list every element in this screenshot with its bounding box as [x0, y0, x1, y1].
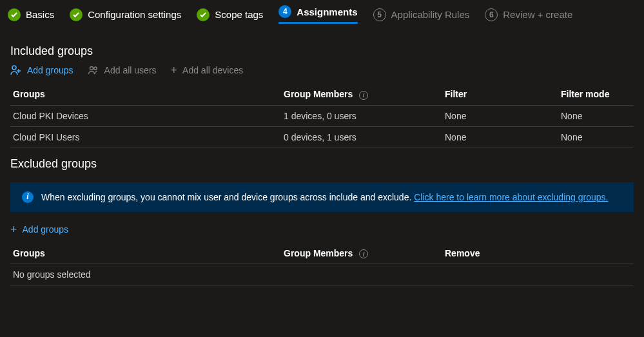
included-table-header: Groups Group Members i Filter Filter mod… — [10, 84, 634, 106]
excluded-heading: Excluded groups — [10, 157, 634, 171]
excluded-table-header: Groups Group Members i Remove — [10, 243, 634, 265]
check-icon — [197, 8, 210, 21]
col-filter: Filter — [445, 89, 561, 99]
banner-text: When excluding groups, you cannot mix us… — [41, 192, 608, 202]
cell-members: 0 devices, 1 users — [284, 132, 445, 142]
wizard-step-label: Scope tags — [215, 9, 263, 20]
excluded-table: Groups Group Members i Remove No groups … — [10, 243, 634, 286]
people-icon — [88, 64, 99, 76]
info-icon: i — [22, 191, 34, 203]
svg-point-0 — [12, 66, 16, 70]
add-groups-label: Add groups — [23, 224, 69, 235]
active-underline — [278, 22, 357, 24]
table-row[interactable]: Cloud PKI Users 0 devices, 1 users None … — [10, 127, 634, 148]
empty-text: No groups selected — [13, 269, 284, 280]
wizard-step-applicability[interactable]: 5 Applicability Rules — [373, 8, 470, 21]
wizard-step-config[interactable]: Configuration settings — [70, 8, 181, 21]
wizard-step-basics[interactable]: Basics — [8, 8, 54, 21]
step-number-icon: 4 — [278, 5, 291, 18]
wizard-step-label: Configuration settings — [88, 9, 181, 20]
wizard-step-scope-tags[interactable]: Scope tags — [197, 8, 263, 21]
plus-icon: + — [10, 224, 17, 235]
col-groups: Groups — [13, 89, 284, 99]
cell-group: Cloud PKI Users — [13, 132, 284, 142]
cell-filter: None — [445, 132, 561, 142]
wizard-step-label: Assignments — [297, 6, 357, 17]
plus-icon: + — [171, 64, 178, 76]
wizard-step-label: Basics — [26, 9, 54, 20]
cell-filter: None — [445, 111, 561, 121]
wizard-step-label: Review + create — [503, 9, 572, 20]
info-banner: i When excluding groups, you cannot mix … — [10, 182, 634, 212]
cell-group: Cloud PKI Devices — [13, 111, 284, 121]
included-toolbar: Add groups Add all users + Add all devic… — [10, 64, 634, 76]
svg-point-1 — [90, 67, 93, 70]
info-icon[interactable]: i — [359, 249, 368, 258]
wizard-steps: Basics Configuration settings Scope tags… — [0, 0, 644, 30]
add-groups-button[interactable]: Add groups — [10, 64, 73, 76]
cell-members: 1 devices, 0 users — [284, 111, 445, 121]
info-icon[interactable]: i — [359, 91, 368, 100]
col-remove: Remove — [445, 248, 631, 258]
wizard-step-review[interactable]: 6 Review + create — [485, 8, 572, 21]
table-row[interactable]: Cloud PKI Devices 1 devices, 0 users Non… — [10, 106, 634, 127]
add-groups-label: Add groups — [27, 65, 73, 75]
included-heading: Included groups — [10, 44, 634, 58]
svg-point-2 — [93, 67, 96, 70]
wizard-step-assignments[interactable]: 4 Assignments — [278, 5, 357, 18]
table-row-empty: No groups selected — [10, 264, 634, 285]
check-icon — [8, 8, 21, 21]
add-all-devices-label: Add all devices — [182, 65, 243, 75]
col-members: Group Members i — [284, 89, 445, 100]
banner-link[interactable]: Click here to learn more about excluding… — [414, 192, 608, 202]
col-members: Group Members i — [284, 248, 445, 259]
excluded-toolbar: + Add groups — [10, 224, 634, 235]
add-groups-button[interactable]: + Add groups — [10, 224, 68, 235]
step-number-icon: 6 — [485, 8, 498, 21]
cell-filter-mode: None — [561, 132, 631, 142]
add-all-devices-button[interactable]: + Add all devices — [171, 64, 244, 76]
col-groups: Groups — [13, 248, 284, 258]
add-person-icon — [10, 64, 22, 76]
wizard-step-label: Applicability Rules — [391, 9, 470, 20]
cell-filter-mode: None — [561, 111, 631, 121]
add-all-users-button[interactable]: Add all users — [88, 64, 157, 76]
col-filter-mode: Filter mode — [561, 89, 631, 99]
add-all-users-label: Add all users — [104, 65, 157, 75]
included-table: Groups Group Members i Filter Filter mod… — [10, 84, 634, 148]
step-number-icon: 5 — [373, 8, 386, 21]
check-icon — [70, 8, 83, 21]
